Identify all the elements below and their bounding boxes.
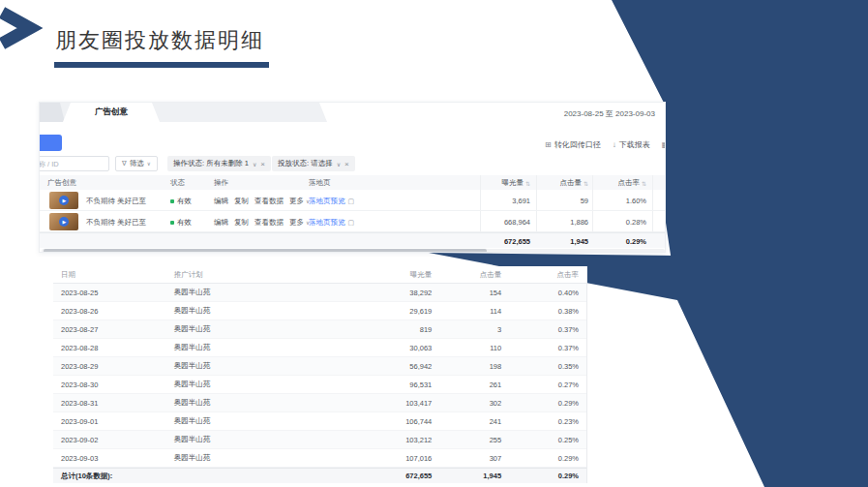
ad-manager-screenshot: 广告创意 2023-08-25 至 2023-09-03 ⊞ 转化回传口径 ↓ …	[39, 102, 666, 253]
view-data-link[interactable]: 查看数据	[254, 218, 284, 228]
download-report-link[interactable]: ↓ 下载报表	[613, 138, 650, 150]
status-dot	[170, 199, 174, 203]
conversion-link[interactable]: ⊞ 转化回传口径	[545, 138, 601, 150]
filter-chip-operation-status[interactable]: 操作状态: 所有未删除 1 ∨ ×	[167, 156, 271, 171]
more-link[interactable]: 更多∨	[289, 197, 310, 206]
date-cell: 2023-08-28	[53, 344, 174, 352]
report-table-header: 日期 推广计划 曝光量 点击量 点击率	[53, 266, 586, 284]
clicks-cell: 241	[439, 417, 509, 426]
copy-link[interactable]: 复制	[234, 218, 249, 228]
sort-icon[interactable]: ⇅	[584, 180, 588, 187]
date-cell: 2023-08-31	[53, 399, 174, 408]
col-clicks[interactable]: 点击量⇅	[559, 178, 588, 188]
clicks-cell: 3	[439, 325, 509, 334]
plan-cell: 奥园半山苑	[174, 361, 377, 371]
conversion-icon: ⊞	[545, 140, 552, 149]
filter-chip-delivery-status[interactable]: 投放状态: 请选择 ∨ ×	[272, 156, 355, 171]
plan-cell: 奥园半山苑	[174, 380, 377, 389]
creative-thumbnail[interactable]: ▶	[49, 192, 78, 209]
daily-report-table: 日期 推广计划 曝光量 点击量 点击率 2023-08-25 奥园半山苑 38,…	[53, 266, 587, 483]
new-button-partial[interactable]	[40, 135, 62, 151]
chevron-down-icon: ∨	[147, 161, 151, 167]
ctr-cell: 0.40%	[509, 289, 586, 297]
columns-icon: ▦	[662, 140, 666, 149]
clicks-cell: 114	[439, 307, 509, 316]
exposure-cell: 96,531	[376, 380, 439, 389]
ctr-total: 0.29%	[509, 472, 586, 480]
total-label: 总计(10条数据):	[53, 472, 376, 481]
ctr-total: 0.29%	[626, 237, 646, 246]
exposure-cell: 103,212	[376, 436, 439, 444]
sort-icon[interactable]: ⇅	[525, 180, 530, 187]
creative-thumbnail[interactable]: ▶	[49, 213, 78, 230]
plan-cell: 奥园半山苑	[174, 324, 377, 334]
report-table-row: 2023-08-26 奥园半山苑 29,619 114 0.38%	[53, 302, 586, 320]
horizontal-scrollbar[interactable]	[42, 249, 665, 253]
plan-cell: 奥园半山苑	[174, 435, 377, 444]
col-plan: 推广计划	[174, 270, 377, 280]
creative-table-row: ▶ 不负期待 美好已至 有效 编辑 复制 查看数据 更多∨ 落地页预览 ▢ 66…	[40, 211, 666, 232]
filter-button[interactable]: ∇ 筛选 ∨	[115, 156, 158, 171]
copy-link[interactable]: 复制	[234, 197, 249, 206]
exposure-value: 668,964	[504, 218, 530, 227]
sort-icon[interactable]: ⇅	[642, 180, 646, 187]
plan-cell: 奥园半山苑	[174, 288, 377, 297]
landing-tag-icon: ▢	[348, 198, 355, 205]
search-input[interactable]	[39, 156, 109, 171]
tab-ad-creative[interactable]: 广告创意	[63, 103, 160, 122]
clicks-value: 1,886	[570, 218, 588, 227]
view-data-link[interactable]: 查看数据	[254, 197, 284, 206]
row-operations: 编辑 复制 查看数据 更多∨	[214, 197, 310, 206]
date-cell: 2023-08-26	[53, 307, 174, 316]
report-table-row: 2023-08-27 奥园半山苑 819 3 0.37%	[53, 320, 586, 339]
clicks-total: 1,945	[439, 472, 509, 480]
exposure-value: 3,691	[512, 197, 530, 205]
ctr-cell: 0.37%	[509, 344, 586, 352]
clicks-cell: 255	[439, 436, 509, 444]
status-dot	[170, 221, 174, 225]
exposure-cell: 56,942	[376, 362, 439, 371]
ctr-value: 1.60%	[626, 197, 646, 205]
filter-icon: ∇	[122, 160, 127, 167]
landing-tag-icon: ▢	[348, 219, 355, 227]
creative-table-header: 广告创意 状态 操作 落地页 曝光量⇅ 点击量⇅ 点击率⇅	[40, 175, 666, 190]
landing-preview-link[interactable]: 落地页预览	[309, 197, 345, 206]
exposure-cell: 30,063	[376, 344, 439, 352]
col-clicks: 点击量	[439, 270, 509, 280]
col-exposure[interactable]: 曝光量⇅	[501, 178, 530, 188]
clicks-cell: 110	[439, 344, 509, 352]
date-range-value[interactable]: 2023-08-25 至 2023-09-03	[564, 108, 655, 119]
exposure-cell: 103,417	[376, 399, 439, 408]
col-date: 日期	[53, 270, 174, 280]
col-ctr[interactable]: 点击率⇅	[617, 178, 646, 188]
more-link[interactable]: 更多∨	[289, 218, 310, 228]
close-icon[interactable]: ×	[344, 160, 349, 168]
date-cell: 2023-09-02	[53, 436, 174, 444]
page-title: 朋友圈投放数据明细	[55, 26, 264, 55]
col-landing: 落地页	[309, 178, 331, 188]
clicks-cell: 302	[439, 399, 509, 408]
report-table-row: 2023-08-29 奥园半山苑 56,942 198 0.35%	[53, 357, 586, 376]
scrollbar-thumb[interactable]	[44, 249, 487, 253]
clicks-cell: 261	[439, 380, 509, 389]
date-cell: 2023-09-03	[53, 454, 174, 463]
ctr-cell: 0.23%	[509, 417, 586, 426]
ctr-cell: 0.38%	[509, 307, 586, 316]
close-icon[interactable]: ×	[260, 160, 265, 168]
col-creative: 广告创意	[47, 178, 76, 188]
chevron-down-icon: ∨	[337, 161, 341, 167]
row-operations: 编辑 复制 查看数据 更多∨	[214, 218, 310, 228]
ctr-cell: 0.29%	[509, 399, 586, 408]
title-chevron-icon	[2, 13, 30, 44]
status-badge: 有效	[170, 197, 192, 206]
col-exposure: 曝光量	[376, 270, 439, 280]
report-table-body: 2023-08-25 奥园半山苑 38,292 154 0.40% 2023-0…	[53, 284, 586, 468]
exposure-total: 672,655	[376, 472, 439, 480]
clicks-cell: 307	[439, 454, 509, 463]
edit-link[interactable]: 编辑	[214, 197, 228, 206]
col-ctr: 点击率	[509, 270, 586, 280]
landing-preview-link[interactable]: 落地页预览	[309, 218, 345, 228]
custom-columns-link[interactable]: ▦ 自定义列	[662, 138, 666, 150]
report-table-row: 2023-09-01 奥园半山苑 106,744 241 0.23%	[53, 412, 586, 431]
edit-link[interactable]: 编辑	[214, 218, 228, 228]
